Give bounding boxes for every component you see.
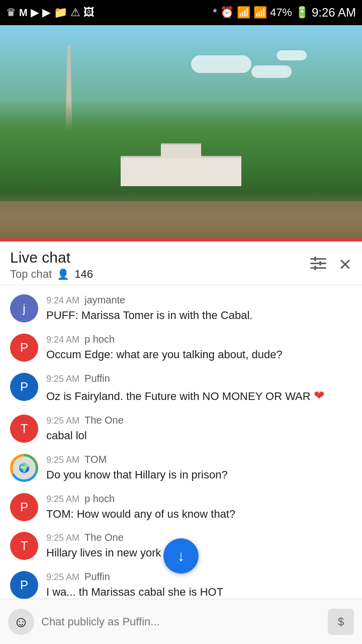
avatar-jaymante: j [10, 294, 38, 323]
message-author-6: p hoch [84, 493, 115, 505]
message-time-7: 9:25 AM [46, 533, 79, 543]
scroll-down-arrow-icon: ↓ [177, 547, 185, 565]
folder-icon: 📁 [54, 6, 67, 19]
send-icon: $ [338, 615, 344, 628]
video-icon: ▶ [42, 6, 51, 19]
avatar-puffin-1: P [10, 373, 38, 401]
message-meta-8: 9:25 AM Puffin [46, 571, 352, 583]
viewer-count: 146 [74, 268, 93, 281]
ground-layer [0, 191, 362, 242]
cloud-3 [277, 50, 307, 60]
chat-header: Live chat Top chat 👤 146 ✕ [0, 242, 362, 285]
message-time-2: 9:24 AM [46, 335, 79, 345]
message-author-4: The One [84, 415, 124, 426]
message-time-4: 9:25 AM [46, 416, 79, 426]
chat-message-5: 🌍 9:25 AM TOM Do you know that Hillary i… [0, 449, 362, 488]
status-bar: ♛ M ▶ ▶ 📁 ⚠ 🖼 * ⏰ 📶 📶 47% 🔋 9:26 AM [0, 0, 362, 25]
battery-label: 47% [270, 6, 292, 19]
chat-message-2: P 9:24 AM p hoch Occum Edge: what are yo… [0, 329, 362, 368]
send-button[interactable]: $ [328, 609, 354, 635]
live-chat-title: Live chat [10, 249, 93, 267]
viewers-icon: 👤 [57, 268, 69, 280]
chat-message-1: j 9:24 AM jaymante PUFF: Marissa Tomer i… [0, 289, 362, 329]
message-time-1: 9:24 AM [46, 295, 79, 306]
status-left-icons: ♛ M ▶ ▶ 📁 ⚠ 🖼 [6, 6, 95, 19]
message-author-8: Puffin [84, 571, 110, 583]
message-content-6: 9:25 AM p hoch TOM: How would any of us … [46, 493, 352, 522]
white-house-portico [161, 143, 201, 158]
svg-rect-4 [319, 261, 321, 266]
image-icon: 🖼 [83, 6, 95, 19]
message-content-3: 9:25 AM Puffin Oz is Fairyland. the Futu… [46, 373, 352, 405]
close-chat-icon[interactable]: ✕ [338, 255, 352, 274]
bluetooth-icon: * [213, 6, 217, 19]
message-text-5: Do you know that Hillary is in prison? [46, 467, 352, 483]
message-meta-6: 9:25 AM p hoch [46, 493, 352, 505]
message-author-3: Puffin [84, 373, 110, 384]
avatar-puffin-2: P [10, 571, 38, 599]
warning-icon: ⚠ [70, 6, 80, 19]
message-content-4: 9:25 AM The One cabal lol [46, 415, 352, 444]
signal-icon: 📶 [253, 6, 267, 19]
svg-rect-3 [314, 257, 316, 261]
message-time-6: 9:25 AM [46, 494, 79, 505]
chat-message-6: P 9:25 AM p hoch TOM: How would any of u… [0, 488, 362, 527]
chat-header-right: ✕ [310, 255, 352, 274]
heart-emoji: ❤ [314, 388, 325, 403]
cloud-2 [251, 65, 292, 78]
chat-panel: Live chat Top chat 👤 146 ✕ [0, 242, 362, 644]
avatar-phoch-2: P [10, 493, 38, 521]
cloud-1 [191, 55, 251, 73]
avatar-tom: 🌍 [10, 454, 38, 482]
message-content-7: 9:25 AM The One Hillary lives in new yor… [46, 532, 352, 561]
chat-input-field[interactable] [41, 609, 321, 635]
message-meta-1: 9:24 AM jaymante [46, 294, 352, 306]
message-text-4: cabal lol [46, 428, 352, 444]
top-chat-row: Top chat 👤 146 [10, 268, 93, 281]
avatar-theone-2: T [10, 532, 38, 560]
svg-rect-0 [310, 258, 326, 260]
chat-header-left: Live chat Top chat 👤 146 [10, 249, 93, 281]
message-time-8: 9:25 AM [46, 572, 79, 583]
message-meta-4: 9:25 AM The One [46, 415, 352, 426]
message-meta-3: 9:25 AM Puffin [46, 373, 352, 384]
message-text-6: TOM: How would any of us know that? [46, 507, 352, 522]
message-author-5: TOM [84, 454, 107, 465]
white-house [121, 156, 241, 186]
emoji-icon: ☺ [14, 613, 29, 630]
message-author-1: jaymante [84, 294, 125, 306]
message-text-2: Occum Edge: what are you talking about, … [46, 347, 352, 363]
status-time: 9:26 AM [312, 6, 356, 20]
avatar-phoch-1: P [10, 334, 38, 362]
filter-icon[interactable] [310, 256, 326, 274]
message-meta-2: 9:24 AM p hoch [46, 334, 352, 345]
message-author-7: The One [84, 532, 124, 543]
message-author-2: p hoch [84, 334, 115, 345]
chat-message-4: T 9:25 AM The One cabal lol [0, 410, 362, 449]
svg-rect-1 [310, 263, 326, 264]
chat-message-3: P 9:25 AM Puffin Oz is Fairyland. the Fu… [0, 368, 362, 410]
svg-rect-5 [314, 266, 316, 270]
message-meta-5: 9:25 AM TOM [46, 454, 352, 465]
m-icon: M [19, 7, 28, 19]
message-content-5: 9:25 AM TOM Do you know that Hillary is … [46, 454, 352, 483]
chat-input-bar: ☺ $ [0, 599, 362, 644]
hero-video-thumbnail[interactable] [0, 25, 362, 242]
youtube-icon: ▶ [31, 6, 39, 19]
scroll-down-button[interactable]: ↓ [163, 538, 199, 574]
message-meta-7: 9:25 AM The One [46, 532, 352, 543]
message-time-3: 9:25 AM [46, 374, 79, 384]
message-content-2: 9:24 AM p hoch Occum Edge: what are you … [46, 334, 352, 363]
alarm-icon: ⏰ [220, 6, 234, 19]
battery-icon: 🔋 [295, 6, 309, 19]
crown-icon: ♛ [6, 6, 16, 19]
message-text-1: PUFF: Marissa Tomer is in with the Cabal… [46, 308, 352, 324]
emoji-button[interactable]: ☺ [8, 609, 34, 635]
message-text-3: Oz is Fairyland. the Future with NO MONE… [46, 386, 352, 405]
svg-rect-2 [310, 267, 326, 269]
top-chat-label[interactable]: Top chat [10, 268, 52, 281]
message-content-8: 9:25 AM Puffin I wa... th Marissas cabal… [46, 571, 352, 600]
avatar-theone-1: T [10, 415, 38, 443]
message-content-1: 9:24 AM jaymante PUFF: Marissa Tomer is … [46, 294, 352, 324]
status-right-icons: * ⏰ 📶 📶 47% 🔋 9:26 AM [213, 6, 356, 20]
